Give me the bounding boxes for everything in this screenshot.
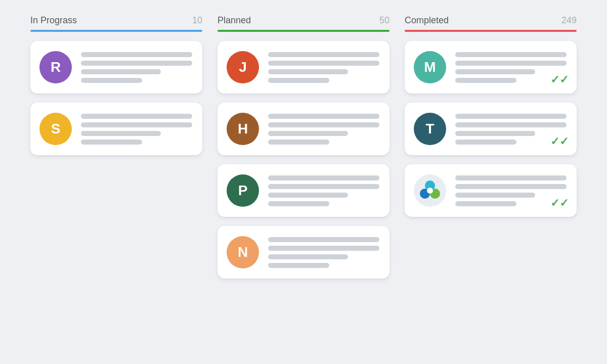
column-header-planned: Planned50 <box>218 15 389 26</box>
line-1-logo-card <box>455 184 567 189</box>
checkmark-t-card: ✓✓ <box>550 135 569 148</box>
line-0-n-card <box>268 237 379 242</box>
column-count-planned: 50 <box>379 15 389 26</box>
line-2-m-card <box>455 69 535 74</box>
line-2-s-card <box>81 131 161 136</box>
line-2-h-card <box>268 131 348 136</box>
line-2-t-card <box>455 131 535 136</box>
cards-list-planned: JHPN <box>218 41 389 279</box>
line-3-s-card <box>81 140 142 145</box>
card-n-card[interactable]: N <box>218 226 389 279</box>
card-s-card[interactable]: S <box>30 103 202 155</box>
line-3-h-card <box>268 140 329 145</box>
line-2-p-card <box>268 193 348 198</box>
card-h-card[interactable]: H <box>218 103 389 155</box>
checkmark-logo-card: ✓✓ <box>550 197 569 210</box>
column-title-completed: Completed <box>405 15 449 26</box>
line-1-n-card <box>268 246 379 251</box>
line-0-m-card <box>455 52 567 57</box>
line-0-s-card <box>81 114 192 119</box>
column-bar-completed <box>405 30 577 32</box>
column-header-completed: Completed249 <box>405 15 577 26</box>
line-2-n-card <box>268 254 348 259</box>
avatar-s-card: S <box>39 113 72 145</box>
line-2-j-card <box>268 69 348 74</box>
line-0-p-card <box>268 175 379 180</box>
avatar-t-card: T <box>414 113 446 145</box>
line-1-h-card <box>268 122 379 127</box>
card-lines-p-card <box>268 175 379 206</box>
avatar-j-card: J <box>227 51 259 83</box>
column-completed: Completed249M✓✓T✓✓ ✓✓ <box>405 15 577 279</box>
column-count-completed: 249 <box>561 15 577 26</box>
avatar-h-card: H <box>227 113 259 145</box>
card-t-card[interactable]: T✓✓ <box>405 103 577 155</box>
card-lines-t-card <box>455 114 567 145</box>
card-lines-r-card <box>81 52 192 83</box>
column-count-in-progress: 10 <box>192 15 202 26</box>
card-p-card[interactable]: P <box>218 164 389 217</box>
line-3-m-card <box>455 78 516 83</box>
line-1-t-card <box>455 122 567 127</box>
line-0-j-card <box>268 52 379 57</box>
line-3-p-card <box>268 201 329 206</box>
checkmark-m-card: ✓✓ <box>550 73 569 86</box>
card-lines-logo-card <box>455 175 567 206</box>
column-in-progress: In Prograss10RS <box>30 15 202 279</box>
line-1-s-card <box>81 122 192 127</box>
kanban-board: In Prograss10RSPlanned50JHPNCompleted249… <box>30 15 577 279</box>
column-planned: Planned50JHPN <box>218 15 389 279</box>
column-bar-planned <box>218 30 389 32</box>
line-1-p-card <box>268 184 379 189</box>
line-3-r-card <box>81 78 142 83</box>
line-0-r-card <box>81 52 192 57</box>
line-3-t-card <box>455 140 516 145</box>
column-title-planned: Planned <box>218 15 251 26</box>
line-3-j-card <box>268 78 329 83</box>
avatar-logo-card <box>414 174 446 207</box>
card-lines-m-card <box>455 52 567 83</box>
line-1-j-card <box>268 61 379 66</box>
line-1-m-card <box>455 61 567 66</box>
avatar-r-card: R <box>39 51 72 83</box>
avatar-n-card: N <box>227 236 259 268</box>
line-2-r-card <box>81 69 161 74</box>
line-0-logo-card <box>455 175 567 180</box>
card-lines-h-card <box>268 114 379 145</box>
avatar-m-card: M <box>414 51 446 83</box>
card-lines-j-card <box>268 52 379 83</box>
line-0-h-card <box>268 114 379 119</box>
card-lines-s-card <box>81 114 192 145</box>
line-2-logo-card <box>455 193 535 198</box>
card-lines-n-card <box>268 237 379 268</box>
card-r-card[interactable]: R <box>30 41 202 94</box>
cards-list-completed: M✓✓T✓✓ ✓✓ <box>405 41 577 217</box>
line-3-n-card <box>268 263 329 268</box>
column-bar-in-progress <box>30 30 202 32</box>
column-header-in-progress: In Prograss10 <box>30 15 202 26</box>
cards-list-in-progress: RS <box>30 41 202 155</box>
avatar-p-card: P <box>227 174 259 207</box>
column-title-in-progress: In Prograss <box>30 15 77 26</box>
line-3-logo-card <box>455 201 516 206</box>
card-logo-card[interactable]: ✓✓ <box>405 164 577 217</box>
card-m-card[interactable]: M✓✓ <box>405 41 577 94</box>
svg-point-4 <box>427 188 433 194</box>
line-0-t-card <box>455 114 567 119</box>
line-1-r-card <box>81 61 192 66</box>
card-j-card[interactable]: J <box>218 41 389 94</box>
